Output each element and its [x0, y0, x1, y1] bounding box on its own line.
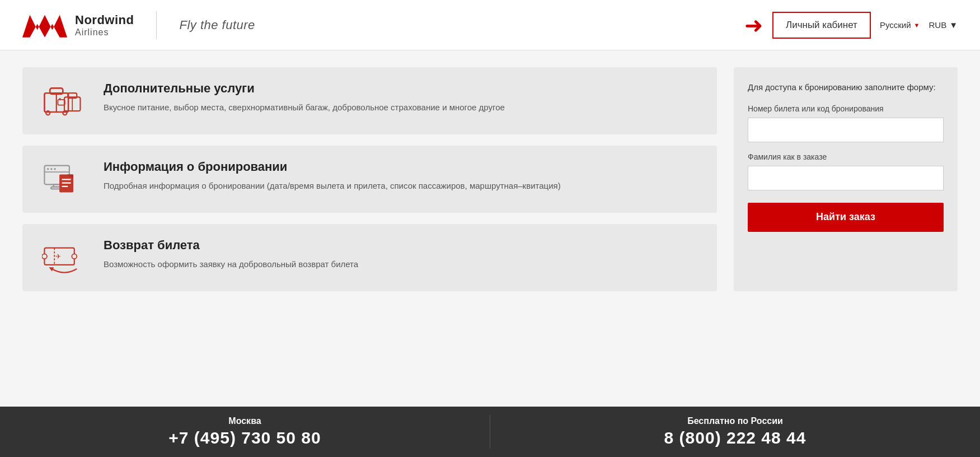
main-content: Дополнительные услуги Вкусное питание, в…: [0, 50, 980, 308]
booking-info-desc: Подробная информация о бронировании (дат…: [104, 180, 561, 193]
ticket-refund-text: Возврат билета Возможность оформить заяв…: [104, 238, 358, 271]
ticket-field: Номер билета или код бронирования: [748, 104, 944, 142]
moscow-phone-section: Москва +7 (495) 730 50 80: [0, 411, 490, 453]
svg-text:✈: ✈: [55, 253, 61, 260]
svg-point-14: [54, 168, 56, 170]
header-divider: [156, 11, 157, 39]
right-arrow-icon: ➜: [744, 14, 763, 36]
brand-name: Nordwind: [75, 13, 134, 27]
arrow-container: ➜: [744, 14, 763, 36]
svg-marker-0: [22, 15, 67, 38]
moscow-phone-number: +7 (495) 730 50 80: [168, 428, 321, 447]
nordwind-logo-icon: [22, 10, 67, 40]
brand-sub: Airlines: [75, 27, 134, 38]
luggage-icon: [39, 81, 90, 120]
additional-services-card[interactable]: Дополнительные услуги Вкусное питание, в…: [22, 67, 717, 134]
booking-info-title: Информация о бронировании: [104, 160, 561, 174]
find-order-button[interactable]: Найти заказ: [748, 203, 944, 232]
booking-form: Для доступа к бронированию заполните фор…: [734, 67, 958, 291]
booking-info-text: Информация о бронировании Подробная инфо…: [104, 160, 561, 193]
refund-icon: ✈: [39, 238, 90, 277]
currency-label: RUB: [929, 20, 946, 30]
language-label: Русский: [880, 20, 911, 30]
svg-point-13: [50, 168, 53, 170]
currency-selector[interactable]: RUB ▼: [929, 20, 958, 30]
svg-point-26: [72, 254, 77, 259]
additional-services-text: Дополнительные услуги Вкусное питание, в…: [104, 81, 505, 114]
booking-icon: [39, 160, 90, 199]
ticket-label: Номер билета или код бронирования: [748, 104, 944, 113]
ticket-refund-card[interactable]: ✈ Возврат билета Возможность оформить за…: [22, 224, 717, 291]
booking-info-card[interactable]: Информация о бронировании Подробная инфо…: [22, 146, 717, 213]
phone-bar: Москва +7 (495) 730 50 80 Бесплатно по Р…: [0, 407, 980, 457]
svg-point-7: [59, 98, 61, 100]
surname-input[interactable]: [748, 166, 944, 190]
brand-name-block: Nordwind Airlines: [75, 13, 134, 38]
header-right: ➜ Личный кабинет Русский ▼ RUB ▼: [744, 12, 958, 39]
language-selector[interactable]: Русский ▼: [880, 20, 920, 30]
russia-phone-section: Бесплатно по России 8 (800) 222 48 44: [490, 411, 980, 453]
surname-field: Фамилия как в заказе: [748, 152, 944, 190]
svg-point-12: [47, 168, 49, 170]
ticket-input[interactable]: [748, 118, 944, 142]
language-chevron-icon: ▼: [914, 22, 920, 29]
tagline: Fly the future: [179, 18, 255, 32]
moscow-city-label: Москва: [228, 416, 261, 426]
header: Nordwind Airlines Fly the future ➜ Личны…: [0, 0, 980, 50]
ticket-refund-title: Возврат билета: [104, 238, 358, 253]
currency-chevron-icon: ▼: [949, 20, 958, 30]
personal-cabinet-button[interactable]: Личный кабинет: [772, 12, 871, 39]
ticket-refund-desc: Возможность оформить заявку на доброволь…: [104, 258, 358, 271]
russia-free-label: Бесплатно по России: [687, 416, 783, 426]
svg-point-4: [46, 111, 50, 115]
russia-phone-number: 8 (800) 222 48 44: [664, 428, 806, 447]
svg-point-25: [42, 254, 47, 259]
logo-area: Nordwind Airlines: [22, 10, 134, 40]
additional-services-desc: Вкусное питание, выбор места, сверхнорма…: [104, 101, 505, 114]
form-intro: Для доступа к бронированию заполните фор…: [748, 81, 944, 94]
additional-services-title: Дополнительные услуги: [104, 81, 505, 96]
cards-column: Дополнительные услуги Вкусное питание, в…: [22, 67, 717, 291]
surname-label: Фамилия как в заказе: [748, 152, 944, 161]
